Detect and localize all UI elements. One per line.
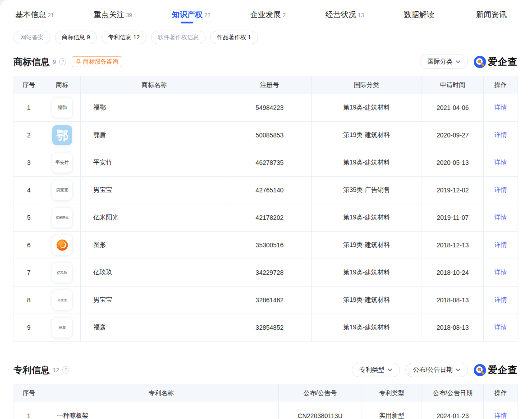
tab-company-development[interactable]: 企业发展2	[250, 9, 286, 20]
subtab-trademark-info[interactable]: 商标信息 9	[55, 31, 97, 44]
row-index: 1	[14, 94, 44, 122]
detail-link[interactable]: 详情	[495, 104, 507, 111]
intl-class: 第19类-建筑材料	[312, 314, 422, 342]
ip-subtabs: 网站备案商标信息 9专利信息 12软件著作权信息作品著作权 1	[14, 31, 518, 44]
col-header-pub-date: 公布/公告日期	[422, 384, 484, 402]
detail-link[interactable]: 详情	[495, 296, 507, 303]
trademark-table-row: 8 男宝宝 男宝宝 32861462 第19类-建筑材料 2018-08-13 …	[14, 287, 518, 314]
top-nav-tabs: 基本信息21重点关注39知识产权22企业发展2经营状况13数据解读新闻资讯	[14, 0, 518, 20]
trademark-name: 平安竹	[81, 149, 228, 177]
subtab-patent-info[interactable]: 专利信息 12	[101, 31, 147, 44]
trademark-image-text: 平安竹	[55, 159, 69, 166]
detail-link[interactable]: 详情	[495, 186, 507, 193]
trademark-image	[52, 235, 72, 255]
detail-link[interactable]: 详情	[495, 131, 507, 138]
row-index: 5	[14, 204, 44, 232]
trademark-image: 福襄	[52, 318, 72, 337]
trademark-image: 男宝宝	[52, 290, 72, 310]
registration-number: 42765140	[228, 177, 312, 204]
row-index: 9	[14, 314, 44, 342]
swirl-logo-icon	[56, 239, 69, 251]
intl-class: 第19类-建筑材料	[312, 149, 422, 177]
patent-type-filter-label: 专利类型	[359, 366, 385, 374]
patent-type-filter[interactable]: 专利类型	[352, 363, 400, 377]
col-header-regno: 注册号	[228, 76, 312, 94]
trademark-image: 亿米阳光	[52, 208, 72, 228]
trademark-table-row: 5 亿米阳光 亿米阳光 42178202 第19类-建筑材料 2019-11-0…	[14, 204, 518, 232]
trademark-image: 男宝宝	[52, 180, 72, 200]
apply-date: 2018-08-13	[422, 287, 484, 314]
apply-date: 2021-04-06	[422, 94, 484, 122]
row-index: 7	[14, 259, 44, 287]
pub-date-filter[interactable]: 公布/公告日期	[405, 363, 468, 377]
trademark-image: 亿玖玖	[52, 263, 72, 282]
tab-label: 企业发展	[250, 10, 281, 19]
intl-class-filter-label: 国际分类	[427, 58, 453, 66]
tab-news[interactable]: 新闻资讯	[476, 9, 509, 20]
tab-label: 基本信息	[15, 10, 46, 19]
trademark-table-row: 9 福襄 福襄 32854852 第19类-建筑材料 2018-08-13 详情	[14, 314, 518, 342]
detail-link[interactable]: 详情	[495, 323, 507, 331]
col-header-name: 商标名称	[81, 76, 228, 94]
row-index: 8	[14, 287, 44, 314]
patent-table-header-row: 序号 专利名称 公布/公告号 专利类型 公布/公告日期 操作	[14, 384, 518, 402]
aiqicha-logo-icon	[474, 56, 486, 68]
trademark-name: 图形	[81, 232, 228, 259]
subtab-work-copyright[interactable]: 作品著作权 1	[210, 31, 258, 44]
help-icon[interactable]: ?	[62, 366, 69, 373]
subtab-software-copyright[interactable]: 软件著作权信息	[151, 31, 206, 44]
patent-name: 一种晾板架	[44, 402, 279, 419]
apply-date: 2018-08-13	[422, 314, 484, 342]
trademark-table-row: 2 鄂 鄂盾 50085853 第19类-建筑材料 2020-09-27 详情	[14, 122, 518, 149]
col-header-pub-no: 公布/公告号	[279, 384, 362, 402]
row-index: 3	[14, 149, 44, 177]
trademark-table: 序号 商标 商标名称 注册号 国际分类 申请时间 操作 1 福鄂 福鄂 5498…	[14, 76, 518, 342]
patent-type: 实用新型	[362, 402, 422, 419]
company-detail-page: 基本信息21重点关注39知识产权22企业发展2经营状况13数据解读新闻资讯 网站…	[0, 0, 532, 419]
trademark-table-row: 3 平安竹 平安竹 46278735 第19类-建筑材料 2020-05-13 …	[14, 149, 518, 177]
tab-count: 39	[126, 12, 132, 18]
intl-class: 第19类-建筑材料	[312, 122, 422, 149]
trademark-name: 亿玖玖	[81, 259, 228, 287]
aiqicha-logo-icon	[474, 364, 486, 376]
detail-link[interactable]: 详情	[495, 269, 507, 276]
intl-class: 第35类-广告销售	[312, 177, 422, 204]
tab-label: 知识产权	[172, 10, 202, 19]
trademark-image: 平安竹	[52, 153, 72, 173]
intl-class-filter[interactable]: 国际分类	[420, 55, 468, 69]
trademark-table-header-row: 序号 商标 商标名称 注册号 国际分类 申请时间 操作	[14, 76, 518, 94]
col-header-patent-type: 专利类型	[362, 384, 422, 402]
trademark-name: 男宝宝	[81, 287, 228, 314]
detail-link[interactable]: 详情	[495, 214, 507, 221]
detail-link[interactable]: 详情	[495, 159, 507, 166]
consult-button-label: 商标服务咨询	[83, 58, 118, 66]
pub-date-filter-label: 公布/公告日期	[413, 366, 453, 374]
registration-number: 32861462	[228, 287, 312, 314]
detail-link[interactable]: 详情	[495, 241, 507, 248]
tab-label: 新闻资讯	[476, 10, 507, 19]
trademark-image-text: 男宝宝	[56, 187, 69, 193]
tab-intellectual-property[interactable]: 知识产权22	[172, 9, 210, 20]
apply-date: 2018-12-13	[422, 232, 484, 259]
tab-data-interpretation[interactable]: 数据解读	[404, 9, 436, 20]
trademark-consult-button[interactable]: 商标服务咨询	[72, 56, 122, 67]
help-icon[interactable]: ?	[59, 58, 66, 65]
trademark-count: 9	[53, 59, 56, 65]
bell-icon	[76, 59, 81, 64]
tab-operation-status[interactable]: 经营状况13	[326, 9, 364, 20]
subtab-website-icp[interactable]: 网站备案	[14, 31, 50, 44]
tab-key-focus[interactable]: 重点关注39	[94, 9, 132, 20]
registration-number: 34229728	[228, 259, 312, 287]
detail-link[interactable]: 详情	[495, 412, 507, 419]
trademark-name: 福襄	[81, 314, 228, 342]
apply-date: 2020-09-27	[422, 122, 484, 149]
patent-table-row: 1 一种晾板架 CN220380113U 实用新型 2024-01-23 详情	[14, 402, 518, 419]
aiqicha-logo: 爱企查	[474, 55, 518, 68]
row-index: 1	[14, 402, 44, 419]
patent-table: 序号 专利名称 公布/公告号 专利类型 公布/公告日期 操作 1 一种晾板架 C…	[14, 384, 518, 419]
aiqicha-logo: 爱企查	[474, 364, 518, 376]
tab-basic-info[interactable]: 基本信息21	[15, 9, 54, 20]
trademark-image-text: 男宝宝	[58, 298, 67, 302]
trademark-image-text: 福襄	[59, 325, 66, 330]
publication-number: CN220380113U	[279, 402, 362, 419]
